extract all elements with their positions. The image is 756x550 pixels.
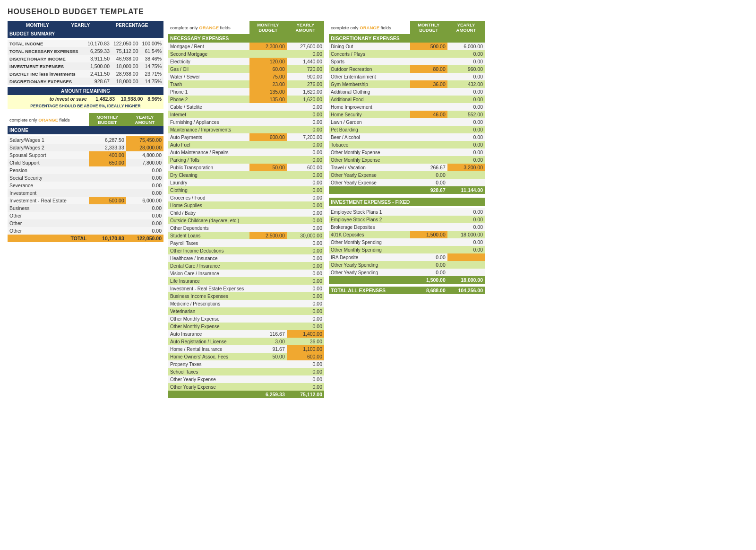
nec-row-yearly: 0.00 [287,103,324,111]
disc-row-label: Outdoor Recreation [329,65,410,73]
nec-row-yearly: 36.00 [287,338,324,345]
nec-row-yearly: 0.00 [287,224,324,232]
summary-row-label: TOTAL INCOME [8,40,85,47]
nec-row-label: Phone 1 [168,88,249,96]
budget-summary-header: BUDGET SUMMARY [8,30,163,38]
disc-row-monthly [410,103,447,111]
nec-data-row: Home Supplies 0.00 [168,201,324,209]
nec-row-yearly: 720.00 [287,65,324,73]
disc-row-monthly: 36.00 [410,80,447,88]
nec-row-monthly: 600.00 [249,133,287,141]
nec-row-yearly: 30,000.00 [287,232,324,239]
nec-row-monthly [249,209,287,217]
disc-total-yearly: 11,144.00 [447,186,485,194]
nec-row-label: Other Monthly Expense [168,323,249,330]
nec-row-label: Payroll Taxes [168,239,249,247]
nec-row-label: Other Dependents [168,224,249,232]
disc-row-yearly: 960.00 [447,65,485,73]
disc-total-row: 928.67 11,144.00 [329,186,485,194]
disc-data-row: Other Monthly Expense 0.00 [329,148,485,156]
disc-data-row: Lawn / Garden 0.00 [329,118,485,126]
nec-row-monthly [249,118,287,126]
nec-data-row: Water / Sewer 75.00 900.00 [168,73,324,80]
nec-data-row: Other Monthly Expense 0.00 [168,315,324,323]
nec-data-row: Payroll Taxes 0.00 [168,239,324,247]
nec-row-label: Public Transporation [168,164,249,171]
disc-row-yearly: 0.00 [447,118,485,126]
nec-row-label: Auto Fuel [168,141,249,148]
summary-row-label: INVESTMENT EXPENSES [8,62,85,70]
disc-data-row: Concerts / Plays 0.00 [329,50,485,58]
nec-row-label: Groceries / Food [168,194,249,201]
nec-row-label: Gas / Oil [168,65,249,73]
income-total-monthly: 10,170.83 [89,235,126,242]
income-row-yearly: 4,800.00 [126,151,163,159]
nec-row-monthly: 50.00 [249,164,287,171]
inv-row-monthly [410,223,447,231]
nec-row-monthly [249,277,287,285]
amount-remaining-header-row: AMOUNT REMAINING [8,87,163,95]
summary-row-pct: 38.46% [140,55,163,62]
summary-header-row: MONTHLY YEARLY PERCENTAGE [8,21,163,30]
disc-data-row: Home Improvement 0.00 [329,103,485,111]
disc-row-yearly: 0.00 [447,133,485,141]
disc-row-label: Travel / Vacation [329,164,410,171]
nec-row-monthly [249,156,287,164]
income-row-label: Salary/Wages 2 [8,144,89,151]
inv-row-monthly [410,216,447,223]
income-row-yearly: 6,000.00 [126,197,163,204]
income-row-label: Social Security [8,174,89,182]
income-data-row: Other 0.00 [8,227,163,235]
disc-row-label: Home Security [329,111,410,118]
pct-note: PERCENTAGE SHOULD BE ABOVE 5%, IDEALLY H… [8,103,163,109]
nec-row-yearly: 0.00 [287,118,324,126]
nec-row-yearly: 0.00 [287,201,324,209]
income-row-monthly [89,227,126,235]
disc-row-monthly [410,148,447,156]
nec-row-monthly [249,126,287,133]
nec-row-monthly [249,217,287,224]
nec-row-monthly: 2,300.00 [249,43,287,50]
disc-data-row: Pet Boarding 0.00 [329,126,485,133]
income-data-row: Social Security 0.00 [8,174,163,182]
disc-row-label: Other Monthly Expense [329,156,410,164]
nec-row-label: Vision Care / Insurance [168,270,249,277]
income-table: complete only ORANGE fields MONTHLYBUDGE… [8,113,163,242]
nec-row-monthly [249,224,287,232]
summary-row-pct: 23.71% [140,70,163,78]
nec-row-yearly: 7,200.00 [287,133,324,141]
nec-row-monthly [249,148,287,156]
nec-data-row: Outside Childcare (daycare, etc.) 0.00 [168,217,324,224]
nec-row-monthly [249,103,287,111]
nec-row-monthly [249,254,287,262]
nec-row-label: Mortgage / Rent [168,43,249,50]
disc-row-monthly [410,96,447,103]
nec-row-yearly: 0.00 [287,111,324,118]
page-title: HOUSEHOLD BUDGET TEMPLATE [8,8,748,16]
inv-row-monthly [410,238,447,246]
all-expenses-label: TOTAL ALL EXPENSES [329,287,410,294]
disc-row-monthly [410,118,447,126]
amount-remaining-data-row: to invest or save 1,482.83 10,938.00 8.9… [8,95,163,103]
disc-row-monthly [410,156,447,164]
column-necessary-expenses: complete only ORANGE fields MONTHLYBUDGE… [168,21,324,398]
nec-row-monthly: 116.67 [249,330,287,338]
disc-row-label: Pet Boarding [329,126,410,133]
nec-section-header: NECESSARY EXPENSES [168,34,324,43]
income-row-yearly: 0.00 [126,166,163,174]
inv-row-label: IRA Deposite [329,253,410,261]
amount-remaining-label: AMOUNT REMAINING [8,87,163,95]
summary-row-yearly: 46,938.00 [112,55,140,62]
summary-row-pct: 100.00% [140,40,163,47]
disc-data-row: Tobacco 0.00 [329,141,485,148]
nec-row-yearly: 0.00 [287,262,324,270]
summary-row-label: TOTAL NECESSARY EXPENSES [8,47,85,55]
nec-total-yearly: 75,112.00 [287,391,324,398]
inv-row-yearly: 0.00 [447,223,485,231]
nec-row-label: Second Mortgage [168,50,249,58]
nec-row-monthly: 75.00 [249,73,287,80]
nec-data-row: School Taxes 0.00 [168,368,324,375]
disc-row-yearly: 0.00 [447,96,485,103]
income-row-monthly [89,174,126,182]
nec-row-yearly: 0.00 [287,156,324,164]
